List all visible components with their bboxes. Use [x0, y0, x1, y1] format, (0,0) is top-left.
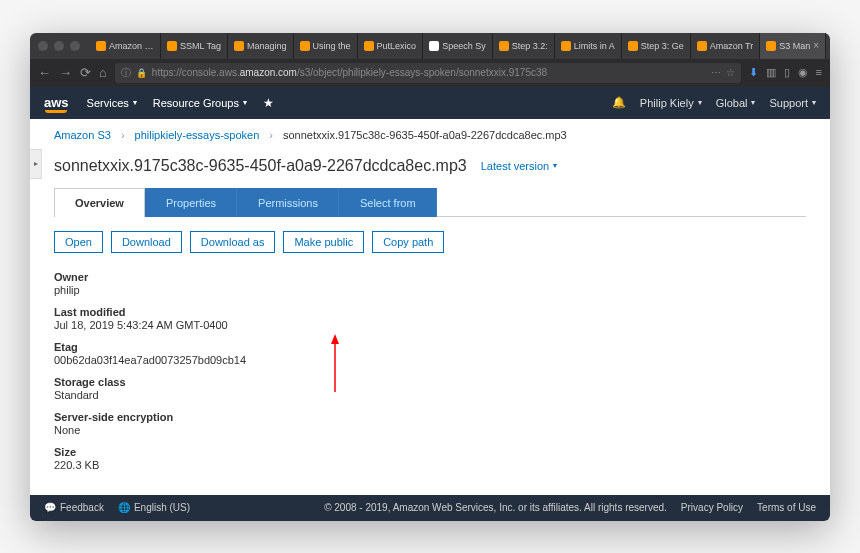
close-window-icon[interactable] [38, 41, 48, 51]
browser-tab[interactable]: Amazon Po [90, 33, 161, 59]
content-tabs: Overview Properties Permissions Select f… [54, 187, 806, 217]
detail-label: Last modified [54, 306, 806, 318]
sidebar-icon[interactable]: ▯ [784, 66, 790, 79]
tab-label: Using the [313, 41, 351, 51]
lock-icon: 🔒 [136, 68, 147, 78]
browser-tab[interactable]: Limits in A [555, 33, 622, 59]
terms-link[interactable]: Terms of Use [757, 502, 816, 513]
download-icon[interactable]: ⬇ [749, 66, 758, 79]
aws-footer: 💬Feedback 🌐English (US) © 2008 - 2019, A… [30, 495, 830, 521]
tab-label: Step 3: Ge [641, 41, 684, 51]
feedback-link[interactable]: 💬Feedback [44, 502, 104, 513]
tab-label: SSML Tag [180, 41, 221, 51]
tab-label: Limits in A [574, 41, 615, 51]
download-button[interactable]: Download [111, 231, 182, 253]
tab-label: Managing [247, 41, 287, 51]
tab-permissions[interactable]: Permissions [237, 188, 339, 217]
star-icon[interactable]: ☆ [726, 67, 735, 78]
page-title-row: sonnetxxix.9175c38c-9635-450f-a0a9-2267d… [30, 149, 830, 187]
browser-tab[interactable]: Amazon Tr [691, 33, 761, 59]
browser-tab[interactable]: Using the [294, 33, 358, 59]
detail-value: None [54, 424, 806, 436]
main-content: ▸ Amazon S3 › philipkiely-essays-spoken … [30, 119, 830, 495]
detail-storage-class: Storage class Standard [54, 376, 806, 401]
tab-overview[interactable]: Overview [54, 188, 145, 217]
detail-last-modified: Last modified Jul 18, 2019 5:43:24 AM GM… [54, 306, 806, 331]
aws-favicon-icon [96, 41, 106, 51]
notifications-icon[interactable]: 🔔 [612, 96, 626, 109]
aws-favicon-icon [167, 41, 177, 51]
close-tab-icon[interactable]: × [813, 40, 819, 51]
copy-path-button[interactable]: Copy path [372, 231, 444, 253]
support-menu[interactable]: Support▾ [769, 97, 816, 109]
breadcrumb-root[interactable]: Amazon S3 [54, 129, 111, 141]
sidebar-toggle[interactable]: ▸ [30, 149, 42, 179]
titlebar: Amazon Po SSML Tag Managing Using the Pu… [30, 33, 830, 59]
detail-etag: Etag 00b62da03f14ea7ad0073257bd09cb14 [54, 341, 806, 366]
menu-icon[interactable]: ≡ [816, 66, 822, 79]
language-link[interactable]: 🌐English (US) [118, 502, 190, 513]
tab-label: PutLexico [377, 41, 417, 51]
aws-favicon-icon [697, 41, 707, 51]
toolbar-right: ⬇ ▥ ▯ ◉ ≡ [749, 66, 822, 79]
tab-select-from[interactable]: Select from [339, 188, 437, 217]
region-menu[interactable]: Global▾ [716, 97, 756, 109]
breadcrumb-separator-icon: › [269, 129, 273, 141]
minimize-window-icon[interactable] [54, 41, 64, 51]
browser-window: Amazon Po SSML Tag Managing Using the Pu… [30, 33, 830, 521]
detail-label: Etag [54, 341, 806, 353]
tab-properties[interactable]: Properties [145, 188, 237, 217]
new-tab-button[interactable]: + [826, 33, 830, 59]
forward-button-icon[interactable]: → [59, 65, 72, 80]
resource-groups-menu[interactable]: Resource Groups▾ [153, 97, 247, 109]
aws-header-right: 🔔 Philip Kiely▾ Global▾ Support▾ [612, 96, 816, 109]
footer-left: 💬Feedback 🌐English (US) [44, 502, 190, 513]
more-icon[interactable]: ⋯ [711, 67, 721, 78]
url-bar: ← → ⟳ ⌂ ⓘ 🔒 https://console.aws.amazon.c… [30, 59, 830, 87]
maximize-window-icon[interactable] [70, 41, 80, 51]
open-button[interactable]: Open [54, 231, 103, 253]
account-menu[interactable]: Philip Kiely▾ [640, 97, 702, 109]
library-icon[interactable]: ▥ [766, 66, 776, 79]
browser-tab[interactable]: Step 3.2: [493, 33, 555, 59]
caret-down-icon: ▾ [553, 161, 557, 170]
breadcrumb-current: sonnetxxix.9175c38c-9635-450f-a0a9-2267d… [283, 129, 567, 141]
aws-favicon-icon [364, 41, 374, 51]
pin-icon[interactable]: ★ [263, 96, 274, 110]
account-icon[interactable]: ◉ [798, 66, 808, 79]
caret-down-icon: ▾ [812, 98, 816, 107]
detail-value: Standard [54, 389, 806, 401]
version-dropdown[interactable]: Latest version▾ [481, 160, 557, 172]
breadcrumb-separator-icon: › [121, 129, 125, 141]
browser-tab[interactable]: Speech Sy [423, 33, 493, 59]
browser-tab[interactable]: SSML Tag [161, 33, 228, 59]
detail-value: 220.3 KB [54, 459, 806, 471]
aws-favicon-icon [628, 41, 638, 51]
page-title: sonnetxxix.9175c38c-9635-450f-a0a9-2267d… [54, 157, 467, 175]
breadcrumb-bucket[interactable]: philipkiely-essays-spoken [135, 129, 260, 141]
aws-favicon-icon [234, 41, 244, 51]
tab-label: Amazon Po [109, 41, 154, 51]
privacy-link[interactable]: Privacy Policy [681, 502, 743, 513]
aws-favicon-icon [499, 41, 509, 51]
browser-tab-active[interactable]: S3 Man× [760, 33, 826, 59]
services-menu[interactable]: Services▾ [87, 97, 137, 109]
browser-tab[interactable]: Managing [228, 33, 294, 59]
tab-label: Amazon Tr [710, 41, 754, 51]
aws-favicon-icon [300, 41, 310, 51]
make-public-button[interactable]: Make public [283, 231, 364, 253]
aws-favicon-icon [561, 41, 571, 51]
browser-tab[interactable]: Step 3: Ge [622, 33, 691, 59]
caret-down-icon: ▾ [751, 98, 755, 107]
download-as-button[interactable]: Download as [190, 231, 276, 253]
back-button-icon[interactable]: ← [38, 65, 51, 80]
aws-logo[interactable]: aws [44, 95, 69, 110]
reload-button-icon[interactable]: ⟳ [80, 65, 91, 80]
speech-bubble-icon: 💬 [44, 502, 56, 513]
caret-down-icon: ▾ [698, 98, 702, 107]
browser-tab[interactable]: PutLexico [358, 33, 424, 59]
home-button-icon[interactable]: ⌂ [99, 65, 107, 80]
address-bar[interactable]: ⓘ 🔒 https://console.aws.amazon.com/s3/ob… [115, 63, 741, 83]
detail-value: 00b62da03f14ea7ad0073257bd09cb14 [54, 354, 806, 366]
detail-label: Server-side encryption [54, 411, 806, 423]
